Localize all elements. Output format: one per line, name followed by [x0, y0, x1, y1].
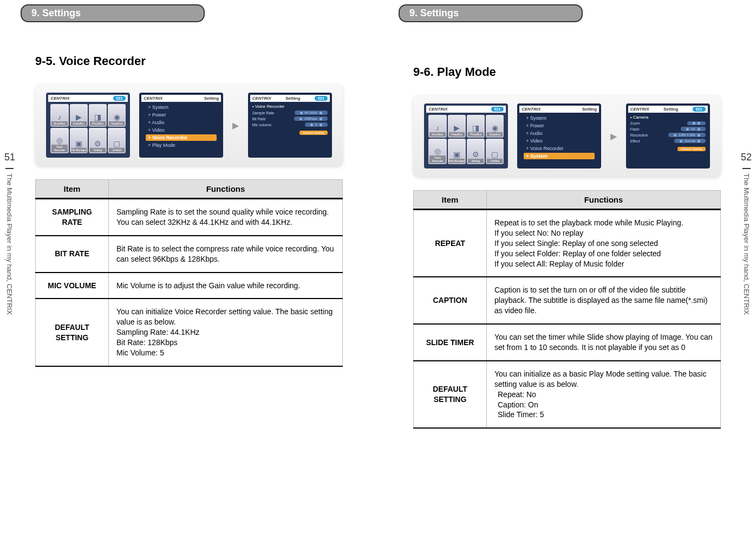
device-status: €21: [693, 107, 706, 112]
page-left: 9. Settings 51 The Multimedia Player in …: [0, 0, 378, 538]
setting-flash: FlashOn: [630, 127, 706, 131]
page-right: 9. Settings 52 The Multimedia Player in …: [378, 0, 756, 538]
settings-detail: • Voice Recorder Sample Rate44.1KHz Bit …: [250, 102, 330, 137]
icon-snapshot: ◉Snapshot: [486, 115, 504, 138]
th-functions: Functions: [487, 191, 721, 210]
content-right: 9-6. Play Mode CENTRIX €21 ♪MusicBox ▶Vi…: [413, 54, 721, 429]
icon-videobox: ▶VideoBox: [70, 104, 88, 127]
row-default-setting: DEFAULT SETTING: [414, 361, 487, 428]
icon-untitled: ▢Untitled: [108, 128, 126, 154]
section-tab: 9. Settings: [21, 4, 205, 22]
th-item: Item: [414, 191, 487, 210]
icon-grid: ♪MusicBox ▶VideoBox ◨PhotoBox ◉Snapshot …: [426, 113, 506, 166]
device-status: €21: [491, 107, 504, 112]
device-logo: CENTRIX: [428, 107, 447, 112]
row-caption: CAPTION: [414, 277, 487, 324]
icon-musicbox: ♪MusicBox: [50, 104, 68, 127]
menu-play-mode: + Play Mode: [146, 142, 217, 148]
menu-system: + System: [524, 115, 595, 121]
device-header: CENTRIX €21: [48, 95, 128, 102]
row-default-setting-func: You can initialize Voice Recorder settin…: [109, 299, 343, 366]
icon-voicerecorder: ◎Voice Recorder: [428, 139, 446, 165]
device-screenshots: CENTRIX €21 ♪MusicBox ▶VideoBox ◨PhotoBo…: [413, 95, 721, 177]
heading-play-mode: 9-6. Play Mode: [413, 65, 721, 79]
play-mode-table: Item Functions REPEAT Repeat is to set t…: [413, 190, 721, 429]
heading-voice-recorder: 9-5. Voice Recorder: [35, 54, 343, 68]
content-left: 9-5. Voice Recorder CENTRIX €21 ♪MusicBo…: [35, 54, 343, 367]
row-default-setting: DEFAULT SETTING: [36, 299, 109, 366]
icon-musicbox: ♪MusicBox: [428, 115, 446, 138]
device-screen-detail: CENTRIX Setting €21 • Voice Recorder Sam…: [248, 93, 332, 158]
device-header-title: Setting: [285, 96, 300, 101]
side-brand-text: The Multimedia Player in my hand, CENTRI…: [742, 168, 751, 315]
device-header: CENTRIX Setting €21: [250, 95, 330, 102]
device-screen-menu: CENTRIX Setting + System + Power + Audio…: [139, 93, 223, 158]
device-header-title: Setting: [582, 107, 597, 112]
menu-video: + Video: [524, 138, 595, 144]
row-bit-rate: BIT RATE: [36, 236, 109, 273]
table-header-row: Item Functions: [414, 191, 721, 210]
arrow-icon: ▶: [232, 120, 239, 131]
setting-bit-rate: Bit Rate128Kbps: [252, 116, 328, 121]
icon-snapshot: ◉Snapshot: [108, 104, 126, 127]
row-default-setting-func: You can initialize as a basic Play Mode …: [487, 361, 721, 428]
device-header: CENTRIX Setting €21: [628, 106, 708, 113]
menu-system-active: + System: [524, 153, 595, 159]
row-sampling-rate: SAMPLING RATE: [36, 199, 109, 236]
device-logo: CENTRIX: [630, 107, 649, 112]
setting-sample-rate: Sample Rate44.1KHz: [252, 111, 328, 115]
voice-recorder-table: Item Functions SAMPLING RATE Sampling Ra…: [35, 179, 343, 367]
settings-detail: • Camera Zoom FlashOn Resolution1280 X 9…: [628, 113, 708, 153]
device-screen-detail: CENTRIX Setting €21 • Camera Zoom FlashO…: [626, 103, 710, 168]
menu-power: + Power: [146, 112, 217, 118]
device-header-title: Setting: [663, 107, 678, 112]
page-number: 52: [741, 152, 752, 163]
menu-video: + Video: [146, 127, 217, 133]
device-screen-home: CENTRIX €21 ♪MusicBox ▶VideoBox ◨PhotoBo…: [46, 93, 130, 158]
table-row: BIT RATE Bit Rate is to select the compr…: [36, 236, 343, 273]
row-mic-volume: MIC VOLUME: [36, 273, 109, 299]
icon-photobox: ◨PhotoBox: [89, 104, 107, 127]
th-item: Item: [36, 180, 109, 199]
menu-power: + Power: [524, 122, 595, 129]
icon-grid: ♪MusicBox ▶VideoBox ◨PhotoBox ◉Snapshot …: [48, 102, 128, 155]
row-mic-volume-func: Mic Volume is to adjust the Gain value w…: [109, 273, 343, 299]
table-row: MIC VOLUME Mic Volume is to adjust the G…: [36, 273, 343, 299]
row-repeat-func: Repeat is to set the playback mode while…: [487, 210, 721, 277]
default-setting-btn: Default Setting: [299, 131, 327, 135]
device-screen-menu: CENTRIX Setting + System + Power + Audio…: [517, 103, 601, 168]
menu-voice-recorder: + Voice Recorder: [146, 134, 217, 141]
row-caption-func: Caption is to set the turn on or off of …: [487, 277, 721, 324]
row-slide-timer: SLIDE TIMER: [414, 324, 487, 361]
row-slide-timer-func: You can set the timer while Slide show p…: [487, 324, 721, 361]
icon-voicerecorder: ◎Voice Recorder: [50, 128, 68, 154]
icon-setting: ⚙Setting: [467, 139, 485, 165]
row-sampling-rate-func: Sampling Rate is to set the sound qualit…: [109, 199, 343, 236]
device-status: €21: [113, 96, 126, 101]
table-row: CAPTION Caption is to set the turn on or…: [414, 277, 721, 324]
settings-title: • Voice Recorder: [252, 104, 328, 109]
default-setting-btn: Default Setting: [677, 147, 705, 151]
menu-audio: + Audio: [524, 130, 595, 137]
icon-untitled: ▢Untitled: [486, 139, 504, 165]
menu-voice-recorder: + Voice Recorder: [524, 145, 595, 152]
page-number: 51: [4, 152, 15, 163]
device-logo: CENTRIX: [522, 107, 540, 112]
settings-menu: + System + Power + Audio + Video + Voice…: [141, 102, 221, 151]
settings-menu: + System + Power + Audio + Video + Voice…: [519, 113, 599, 161]
settings-title: • Camera: [630, 115, 706, 120]
th-functions: Functions: [109, 180, 343, 199]
menu-system: + System: [146, 104, 217, 111]
device-screenshots: CENTRIX €21 ♪MusicBox ▶VideoBox ◨PhotoBo…: [35, 85, 343, 166]
row-repeat: REPEAT: [414, 210, 487, 277]
device-logo: CENTRIX: [144, 96, 162, 101]
table-row: DEFAULT SETTING You can initialize as a …: [414, 361, 721, 428]
device-header: CENTRIX Setting: [519, 106, 599, 113]
icon-filemanager: ▣File Manager: [448, 139, 466, 165]
icon-videobox: ▶VideoBox: [448, 115, 466, 138]
table-row: REPEAT Repeat is to set the playback mod…: [414, 210, 721, 277]
side-brand-text: The Multimedia Player in my hand, CENTRI…: [5, 168, 14, 315]
arrow-icon: ▶: [610, 131, 617, 141]
row-bit-rate-func: Bit Rate is to select the compress rate …: [109, 236, 343, 273]
setting-resolution: Resolution1280 X 960: [630, 133, 706, 137]
